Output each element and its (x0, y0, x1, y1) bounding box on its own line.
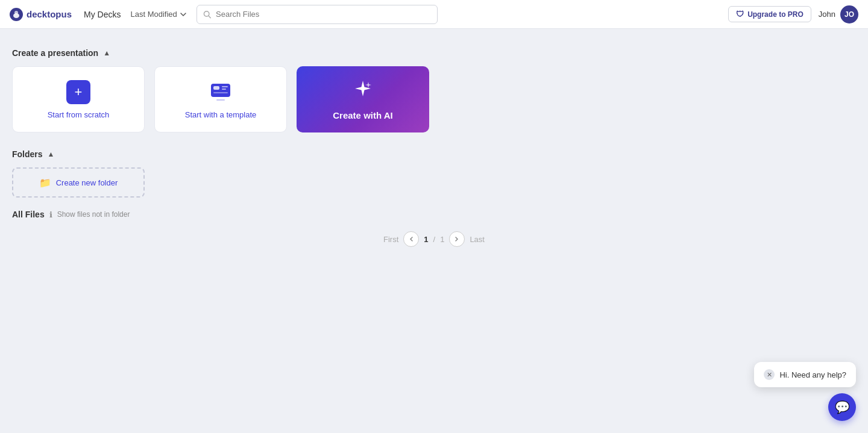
chat-fab-button[interactable]: 💬 (828, 393, 856, 421)
svg-rect-10 (216, 99, 225, 101)
next-page-button[interactable] (449, 231, 465, 247)
folders-title: Folders (12, 149, 43, 159)
prev-page-button[interactable] (403, 231, 419, 247)
start-from-scratch-card[interactable]: + Start from scratch (12, 66, 145, 132)
sort-label: Last Modified (130, 10, 177, 19)
svg-rect-5 (211, 84, 230, 97)
folder-icon: 📁 (39, 177, 51, 188)
main-header: decktopus My Decks Last Modified 🛡 Upgra… (0, 0, 868, 29)
last-label: Last (470, 235, 485, 244)
search-input[interactable] (216, 10, 431, 19)
folders-section-header: Folders ▲ (12, 149, 856, 159)
page-separator: / (433, 235, 436, 244)
create-section-header: Create a presentation ▲ (12, 48, 856, 58)
chat-tooltip-text: Hi. Need any help? (779, 370, 846, 379)
user-name: John (819, 10, 835, 19)
create-folder-label: Create new folder (56, 178, 118, 187)
avatar: JO (840, 5, 858, 23)
my-decks-label: My Decks (84, 10, 121, 19)
header-right: 🛡 Upgrade to PRO John JO (728, 5, 858, 23)
chat-widget: ✕ Hi. Need any help? 💬 (754, 362, 856, 421)
user-area[interactable]: John JO (819, 5, 858, 23)
pagination: First 1 / 1 Last (12, 231, 856, 247)
create-folder-button[interactable]: 📁 Create new folder (12, 167, 145, 198)
chevron-down-icon (180, 11, 187, 18)
total-pages: 1 (440, 235, 444, 244)
template-card-label: Start with a template (185, 110, 257, 119)
folders-chevron-icon: ▲ (48, 150, 55, 158)
info-icon: ℹ (49, 210, 52, 219)
scratch-card-label: Start from scratch (48, 110, 110, 119)
all-files-header: All Files ℹ Show files not in folder (12, 210, 856, 219)
plus-icon: + (66, 80, 90, 104)
sparkle-icon (352, 78, 374, 104)
sort-control[interactable]: Last Modified (130, 10, 186, 19)
first-label: First (383, 235, 398, 244)
chat-tooltip: ✕ Hi. Need any help? (754, 362, 856, 387)
svg-rect-7 (222, 86, 228, 87)
create-section-title: Create a presentation (12, 48, 98, 58)
folders-section: Folders ▲ 📁 Create new folder (12, 149, 856, 198)
logo-area[interactable]: decktopus (10, 8, 72, 21)
show-files-link[interactable]: Show files not in folder (57, 210, 130, 219)
ai-card-label: Create with AI (333, 110, 392, 120)
upgrade-label: Upgrade to PRO (747, 10, 804, 19)
svg-rect-8 (222, 89, 226, 90)
chevron-right-icon (454, 236, 460, 242)
all-files-title: All Files (12, 210, 45, 219)
create-section-chevron-icon: ▲ (103, 49, 110, 57)
all-files-section: All Files ℹ Show files not in folder (12, 210, 856, 219)
chat-icon: 💬 (835, 400, 850, 414)
chevron-left-icon (408, 236, 414, 242)
start-with-template-card[interactable]: Start with a template (154, 66, 287, 132)
create-with-ai-card[interactable]: Create with AI (297, 66, 429, 132)
logo-icon (10, 8, 23, 21)
upgrade-icon: 🛡 (736, 10, 744, 19)
svg-point-2 (14, 11, 18, 14)
svg-rect-6 (213, 86, 219, 90)
main-content: Create a presentation ▲ + Start from scr… (0, 0, 868, 247)
logo-text: decktopus (27, 9, 72, 19)
upgrade-button[interactable]: 🛡 Upgrade to PRO (728, 6, 811, 22)
current-page: 1 (424, 235, 428, 244)
search-icon (203, 10, 211, 19)
cards-row: + Start from scratch Start with a templa… (12, 66, 856, 132)
search-bar[interactable] (197, 5, 438, 24)
chat-close-button[interactable]: ✕ (764, 369, 775, 380)
template-icon (209, 80, 233, 104)
svg-line-4 (209, 16, 210, 17)
svg-rect-9 (213, 92, 228, 93)
